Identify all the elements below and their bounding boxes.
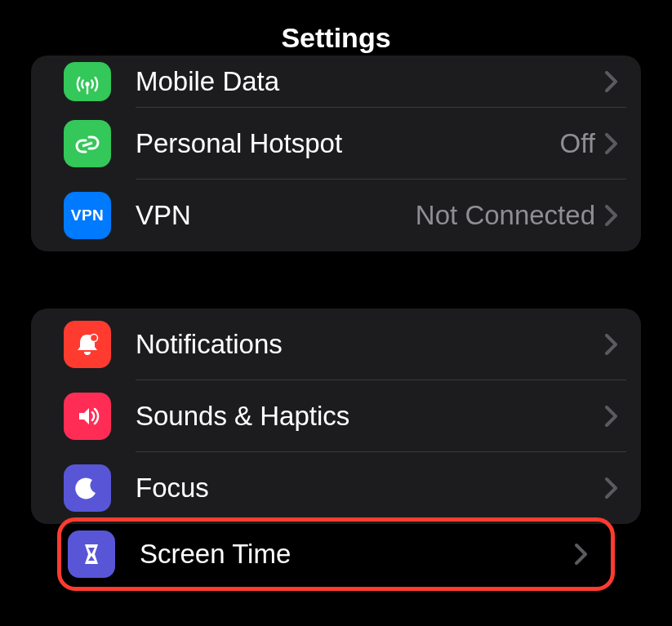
svg-line-2 (82, 143, 92, 146)
screen-time-icon (68, 531, 115, 578)
notifications-icon (64, 321, 111, 368)
settings-row-sounds-haptics[interactable]: Sounds & Haptics (31, 380, 641, 452)
row-label: Notifications (136, 329, 605, 360)
settings-row-vpn[interactable]: VPN VPN Not Connected (31, 180, 641, 251)
focus-icon (64, 464, 111, 512)
settings-group-system: Notifications Sounds & Haptics (31, 309, 641, 524)
row-label: Personal Hotspot (136, 128, 560, 159)
chevron-right-icon (605, 334, 618, 355)
chevron-right-icon (605, 71, 618, 92)
settings-row-personal-hotspot[interactable]: Personal Hotspot Off (31, 108, 641, 180)
screen-time-highlight: Screen Time (57, 517, 615, 591)
chevron-right-icon (605, 406, 618, 427)
vpn-icon: VPN (64, 192, 111, 239)
vpn-icon-text: VPN (71, 206, 105, 224)
row-label: Screen Time (140, 539, 575, 570)
row-label: Sounds & Haptics (136, 401, 605, 432)
sounds-haptics-icon (64, 393, 111, 440)
chevron-right-icon (605, 477, 618, 499)
row-value: Off (560, 128, 595, 159)
mobile-data-icon (64, 62, 111, 101)
row-value: Not Connected (416, 200, 595, 231)
chevron-right-icon (605, 133, 618, 154)
settings-row-mobile-data[interactable]: Mobile Data (31, 55, 641, 108)
chevron-right-icon (605, 205, 618, 226)
settings-content: Mobile Data Personal Hotspot Off (0, 55, 672, 591)
svg-point-3 (91, 335, 98, 342)
settings-row-notifications[interactable]: Notifications (31, 309, 641, 380)
settings-row-screen-time[interactable]: Screen Time (61, 522, 611, 587)
row-label: Mobile Data (136, 66, 605, 97)
settings-row-focus[interactable]: Focus (31, 452, 641, 524)
svg-rect-1 (87, 84, 88, 94)
chevron-right-icon (575, 544, 588, 565)
row-label: VPN (136, 200, 416, 231)
page-title: Settings (281, 22, 390, 54)
row-label: Focus (136, 473, 605, 504)
personal-hotspot-icon (64, 120, 111, 167)
settings-group-connectivity: Mobile Data Personal Hotspot Off (31, 55, 641, 251)
